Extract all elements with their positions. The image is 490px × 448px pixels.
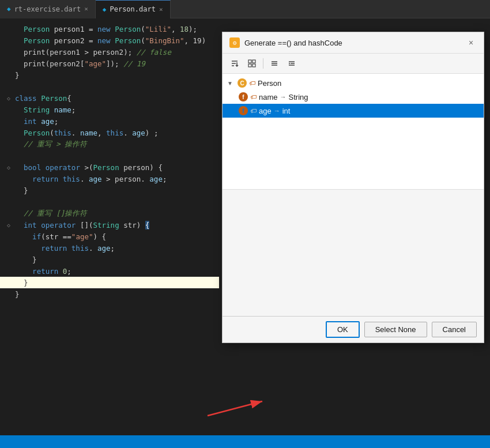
code-content-20: return this. age; [13, 244, 115, 253]
cancel-button[interactable]: Cancel [432, 322, 477, 337]
code-content-17: // 重写 []操作符 [13, 209, 87, 219]
dialog-buttons: OK Select None Cancel [223, 316, 484, 342]
code-line-12 [0, 150, 219, 161]
code-line-9: int age; [0, 115, 219, 127]
code-line-5: } [0, 69, 219, 81]
code-line-22: return 0; [0, 265, 219, 277]
code-content-5: } [13, 71, 20, 80]
toolbar-indent-button[interactable] [284, 57, 299, 70]
tree-node-name-label: name [259, 93, 278, 101]
code-content-3: print(person1 > person2); // false [13, 48, 171, 57]
tree-node-age-type: int [282, 107, 291, 115]
code-line-13: ◇ bool operator >(Person person) { [0, 161, 219, 173]
code-line-6 [0, 81, 219, 92]
code-line-21: } [0, 254, 219, 265]
dialog-titlebar: ⚙ Generate ==() and hashCode × [223, 32, 484, 54]
tab-person[interactable]: ◆ Person.dart × [96, 0, 171, 18]
dialog-title: Generate ==() and hashCode [244, 39, 461, 47]
code-content-4: print(person2["age"]); // 19 [13, 59, 145, 68]
gutter-7: ◇ [5, 95, 13, 101]
code-content-15: } [13, 186, 28, 195]
tab-close-2[interactable]: × [159, 6, 163, 13]
svg-rect-5 [248, 60, 251, 63]
tree-node-age[interactable]: f 🏷 age → int [223, 104, 484, 118]
field-file-icon-age: 🏷 [250, 107, 257, 114]
class-badge: C [238, 78, 247, 88]
code-content-7: class Person{ [13, 94, 71, 103]
tree-root-label: Person [258, 79, 281, 88]
tree-node-name-type: String [289, 93, 308, 101]
arrow-icon-name: → [280, 93, 287, 100]
tab-label-2: Person.dart [110, 5, 155, 13]
gutter-13: ◇ [5, 164, 13, 171]
tree-area: ▼ C 🏷 Person f 🏷 name → String f 🏷 age →… [223, 74, 484, 189]
code-content-21: } [13, 255, 37, 264]
code-content-13: bool operator >(Person person) { [13, 163, 163, 172]
tree-node-name[interactable]: f 🏷 name → String [223, 90, 484, 104]
tree-chevron-icon: ▼ [227, 80, 235, 86]
code-content-22: return 0; [13, 267, 71, 276]
gutter-18: ◇ [5, 222, 13, 228]
code-area: Person person1 = new Person("Lili", 18);… [0, 18, 219, 425]
field-badge-age: f [239, 106, 248, 115]
code-line-20: return this. age; [0, 242, 219, 254]
code-line-7: ◇ class Person{ [0, 92, 219, 104]
code-line-16 [0, 196, 219, 208]
code-line-1: Person person1 = new Person("Lili", 18); [0, 23, 219, 35]
tab-close-1[interactable]: × [84, 5, 88, 13]
code-line-18: ◇ int operator [](String str) { [0, 219, 219, 231]
ok-button[interactable]: OK [326, 321, 360, 338]
dart-icon-2: ◆ [103, 6, 107, 13]
code-content-8: String name; [13, 106, 76, 114]
code-line-8: String name; [0, 104, 219, 115]
tab-rt-exercise[interactable]: ◆ rt-exercise.dart × [0, 0, 96, 18]
code-content-23: } [13, 278, 28, 287]
code-line-19: if(str =="age") { [0, 231, 219, 242]
class-file-icon: 🏷 [249, 80, 255, 86]
svg-rect-6 [252, 60, 255, 63]
tree-node-age-label: age [259, 107, 272, 115]
dialog-empty-area [223, 189, 484, 316]
code-content-2: Person person2 = new Person("BingBin", 1… [13, 36, 206, 45]
code-content-14: return this. age > person. age; [13, 175, 167, 183]
toolbar-align-button[interactable] [267, 57, 282, 70]
code-line-14: return this. age > person. age; [0, 173, 219, 185]
select-none-button[interactable]: Select None [364, 322, 427, 337]
code-line-10: Person(this. name, this. age) ; [0, 127, 219, 138]
code-content-1: Person person1 = new Person("Lili", 18); [13, 25, 197, 33]
tree-root-node[interactable]: ▼ C 🏷 Person [223, 76, 484, 90]
toolbar-separator [263, 58, 263, 69]
code-line-11: // 重写 > 操作符 [0, 138, 219, 150]
code-line-24: } [0, 288, 219, 300]
svg-rect-8 [252, 64, 255, 67]
toolbar-view-button[interactable] [244, 57, 259, 70]
code-content-10: Person(this. name, this. age) ; [13, 129, 158, 137]
code-line-23: } [0, 277, 219, 288]
generate-dialog: ⚙ Generate ==() and hashCode × ▼ [222, 32, 484, 343]
field-badge-name: f [239, 92, 248, 101]
code-line-17: // 重写 []操作符 [0, 208, 219, 219]
code-content-11: // 重写 > 操作符 [13, 140, 87, 149]
tab-label-1: rt-exercise.dart [14, 5, 81, 13]
svg-rect-7 [248, 64, 251, 67]
toolbar-sort-button[interactable] [227, 57, 242, 70]
code-line-2: Person person2 = new Person("BingBin", 1… [0, 35, 219, 46]
code-content-18: int operator [](String str) { [13, 221, 149, 229]
code-line-3: print(person1 > person2); // false [0, 46, 219, 58]
dialog-close-button[interactable]: × [465, 37, 477, 48]
arrow-icon-age: → [274, 107, 280, 114]
field-file-icon-name: 🏷 [250, 93, 257, 100]
dialog-toolbar [223, 54, 484, 74]
code-line-4: print(person2["age"]); // 19 [0, 58, 219, 69]
code-line-15: } [0, 185, 219, 196]
code-content-24: } [13, 290, 20, 299]
code-content-19: if(str =="age") { [13, 232, 106, 241]
status-bar [0, 435, 490, 448]
code-content-9: int age; [13, 117, 58, 126]
dialog-icon: ⚙ [229, 37, 240, 48]
tab-bar: ◆ rt-exercise.dart × ◆ Person.dart × [0, 0, 490, 18]
dart-icon-1: ◆ [7, 5, 11, 13]
